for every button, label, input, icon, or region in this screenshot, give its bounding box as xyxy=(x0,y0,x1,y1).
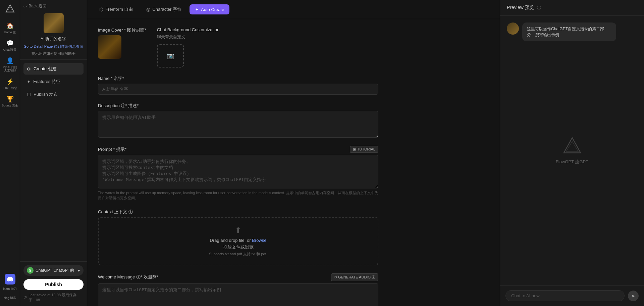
svg-marker-3 xyxy=(566,141,578,151)
preview-info-icon[interactable]: ⓘ xyxy=(537,5,541,11)
freeform-icon: ⬡ xyxy=(99,7,103,12)
preview-send-button[interactable]: ➤ xyxy=(628,291,639,301)
preview-logo-area: FlowGPT 流GPT xyxy=(556,136,588,165)
sidebar-my-ai-label: My AI 我的人工智能 xyxy=(1,65,18,73)
left-panel-top: ‹ ‹ Back 返回 AI助手的名字 Go to Detail Page 转到… xyxy=(20,0,87,60)
tab-freeform[interactable]: ⬡ Freeform 自由 xyxy=(94,4,138,15)
chat-bg-sublabel: 聊天背景自定义 xyxy=(157,34,219,40)
image-cover-section: Image Cover * 图片封面* xyxy=(98,27,146,68)
sidebar-blog-label: blog 博客 xyxy=(4,296,16,300)
sidebar-bounty-label: Bounty 赏金 xyxy=(2,104,18,107)
left-panel: ‹ ‹ Back 返回 AI助手的名字 Go to Detail Page 转到… xyxy=(20,0,87,306)
main-tabs: ⬡ Freeform 自由 ◎ Character 字符 ✦ Auto Crea… xyxy=(87,0,500,19)
context-drag-cn: 拖放文件或浏览 xyxy=(223,244,254,250)
sidebar-item-bounty[interactable]: 🏆 Bounty 赏金 xyxy=(0,93,20,110)
context-supports: Supports txt and pdf 支持 txt 和 pdf. xyxy=(209,252,267,257)
left-panel-nav: ⚙ Create 创建 ✦ Features 特征 ☐ Publish 发布 xyxy=(20,60,87,103)
last-saved-status: ⏱ Last saved at 19:08 最后保存于：08 xyxy=(23,293,84,303)
sidebar-item-home[interactable]: 🏠 Home 主 xyxy=(0,19,20,37)
welcome-label: Welcome Message ⓘ* 欢迎辞* xyxy=(98,274,158,280)
tab-character-label: Character 字符 xyxy=(152,6,181,12)
nav-create-label: Create 创建 xyxy=(34,66,57,72)
sidebar-learn-label: learn 学习 xyxy=(3,287,17,291)
welcome-textarea[interactable] xyxy=(98,283,378,306)
prompt-hint: The words in the prompt will use up memo… xyxy=(98,190,378,201)
publish-nav-icon: ☐ xyxy=(27,92,31,97)
prompt-label: Prompt * 提示* xyxy=(98,146,126,152)
bounty-icon: 🏆 xyxy=(6,95,14,103)
description-section: Description ⓘ* 描述* xyxy=(98,103,378,138)
right-panel: Preview 预览 ⓘ 这里可以当作ChatGPT自定义指令的第二部分，撰写输… xyxy=(500,0,644,306)
sidebar-item-flux[interactable]: ⚡ Flux · 迷惑 xyxy=(0,75,20,93)
model-icon: G xyxy=(27,267,34,274)
my-ai-icon: 👤 xyxy=(6,57,14,64)
nav-publish-label: Publish 发布 xyxy=(34,91,58,97)
model-selector[interactable]: G ChatGPT ChatGPT的 ▾ xyxy=(23,265,84,276)
flowgpt-logo xyxy=(562,136,582,156)
prompt-section: Prompt * 提示* ▣ TUTORIAL The words in the… xyxy=(98,146,378,201)
prompt-textarea[interactable] xyxy=(98,155,378,188)
welcome-section: Welcome Message ⓘ* 欢迎辞* ↻ GENERATE AUDIO… xyxy=(98,273,378,306)
desc-textarea[interactable] xyxy=(98,111,378,138)
agent-detail-link[interactable]: Go to Detail Page 转到详细信息页面 xyxy=(23,44,84,49)
chat-icon: 💬 xyxy=(6,40,14,47)
sidebar-item-blog[interactable]: blog 博客 xyxy=(0,294,20,303)
preview-logo-text: FlowGPT 流GPT xyxy=(556,159,588,165)
sidebar-flux-label: Flux · 迷惑 xyxy=(3,86,17,90)
chat-bg-upload[interactable]: 📷 xyxy=(157,44,184,68)
model-name: ChatGPT ChatGPT的 xyxy=(36,268,76,273)
agent-name: AI助手的名字 xyxy=(23,36,84,42)
sidebar-icons: 🏠 Home 主 💬 Chat 聊天 👤 My AI 我的人工智能 ⚡ Flux… xyxy=(0,0,20,306)
tutorial-button[interactable]: ▣ TUTORIAL xyxy=(350,146,378,153)
upload-icon: ⬆ xyxy=(235,226,241,235)
sidebar-item-chat[interactable]: 💬 Chat 聊天 xyxy=(0,37,20,54)
context-upload-area[interactable]: ⬆ Drag and drop file, or Browse 拖放文件或浏览 … xyxy=(98,217,378,265)
nav-item-publish[interactable]: ☐ Publish 发布 xyxy=(23,89,84,100)
welcome-header: Welcome Message ⓘ* 欢迎辞* ↻ GENERATE AUDIO… xyxy=(98,273,378,281)
svg-marker-0 xyxy=(6,5,14,12)
name-section: Name * 名字* xyxy=(98,76,378,95)
preview-agent-avatar xyxy=(507,23,519,35)
context-section: Context 上下文 ⓘ ⬆ Drag and drop file, or B… xyxy=(98,209,378,265)
image-bg-row: Image Cover * 图片封面* Chat Background Cust… xyxy=(98,27,378,68)
chat-bg-label: Chat Background Customization xyxy=(157,27,219,32)
chevron-down-icon: ▾ xyxy=(78,268,80,273)
name-input[interactable] xyxy=(98,84,378,95)
name-label: Name * 名字* xyxy=(98,76,378,82)
svg-marker-1 xyxy=(7,7,13,11)
generate-audio-button[interactable]: ↻ GENERATE AUDIO ⓘ xyxy=(331,273,378,281)
back-button[interactable]: ‹ ‹ Back 返回 xyxy=(23,3,84,9)
context-drag-text: Drag and drop file, or Browse xyxy=(210,238,266,243)
clock-icon: ⏱ xyxy=(23,296,27,300)
image-cover-label: Image Cover * 图片封面* xyxy=(98,27,146,33)
app-logo[interactable] xyxy=(5,3,15,14)
sidebar-home-label: Home 主 xyxy=(4,31,16,34)
preview-message-bubble: 这里可以当作ChatGPT自定义指令的第二部分，撰写输出示例 xyxy=(507,23,637,41)
tab-character[interactable]: ◎ Character 字符 xyxy=(141,4,187,15)
preview-bubble-text: 这里可以当作ChatGPT自定义指令的第二部分，撰写输出示例 xyxy=(522,23,616,41)
preview-body: 这里可以当作ChatGPT自定义指令的第二部分，撰写输出示例 FlowGPT 流… xyxy=(500,16,644,285)
preview-chat-input-area: ➤ xyxy=(500,285,644,306)
publish-button[interactable]: Publish xyxy=(23,279,84,290)
tab-auto-create-label: Auto Create xyxy=(201,7,224,12)
nav-item-features[interactable]: ✦ Features 特征 xyxy=(23,76,84,87)
prompt-header: Prompt * 提示* ▣ TUTORIAL xyxy=(98,146,378,153)
svg-marker-2 xyxy=(564,138,581,153)
browse-link[interactable]: Browse xyxy=(252,238,266,243)
sidebar-item-learn[interactable]: learn 学习 xyxy=(0,285,20,294)
sidebar-item-my-ai[interactable]: 👤 My AI 我的人工智能 xyxy=(0,54,20,76)
image-cover-preview xyxy=(98,35,121,59)
character-icon: ◎ xyxy=(146,7,150,12)
agent-avatar-image xyxy=(44,13,64,33)
nav-item-create[interactable]: ⚙ Create 创建 xyxy=(23,63,84,75)
flux-icon: ⚡ xyxy=(6,78,14,85)
auto-create-icon: ✦ xyxy=(195,7,199,12)
home-icon: 🏠 xyxy=(6,22,14,30)
image-cover-upload[interactable] xyxy=(98,35,121,59)
desc-label: Description ⓘ* 描述* xyxy=(98,103,378,109)
send-icon: ➤ xyxy=(631,293,635,299)
context-label: Context 上下文 ⓘ xyxy=(98,209,378,215)
tab-auto-create[interactable]: ✦ Auto Create xyxy=(190,4,229,14)
sidebar-item-discord[interactable] xyxy=(5,274,15,285)
preview-chat-input[interactable] xyxy=(505,290,625,301)
